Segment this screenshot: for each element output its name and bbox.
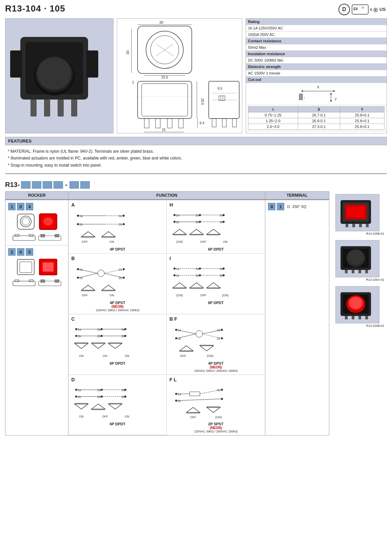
svg-marker-143 — [81, 285, 95, 290]
svg-text:1b: 1b — [78, 335, 81, 338]
svg-text:3b: 3b — [121, 395, 125, 399]
rocker-col-header: ROCKER — [5, 192, 68, 200]
svg-text:2a: 2a — [119, 214, 122, 218]
svg-rect-275 — [365, 270, 368, 273]
svg-text:2b: 2b — [97, 335, 101, 338]
svg-rect-33 — [144, 119, 149, 128]
svg-rect-83 — [29, 280, 33, 282]
svg-rect-30 — [138, 81, 192, 119]
func-D-label: D — [71, 377, 164, 382]
svg-text:9.5: 9.5 — [218, 87, 222, 90]
cutout-table-row: t X Y 0.75~1.2526.7-0.125.8+0.11.25~2.02… — [246, 105, 387, 131]
func-BF-neon: (NEON) — [169, 365, 262, 369]
svg-text:3a: 3a — [220, 214, 223, 217]
svg-text:2b: 2b — [217, 337, 220, 340]
term-digit-1: 1 — [277, 203, 284, 210]
svg-text:2a: 2a — [97, 388, 101, 392]
svg-text:1a: 1a — [78, 388, 81, 392]
svg-point-250 — [175, 400, 177, 402]
svg-text:1b: 1b — [78, 395, 81, 399]
svg-text:2: 2 — [132, 81, 134, 84]
func-A-svg: 1a 1b 2a 2b — [71, 209, 152, 246]
svg-text:OFF: OFF — [200, 294, 206, 297]
svg-rect-283 — [358, 316, 361, 319]
rocker-104-mount1 — [12, 233, 36, 242]
svg-point-205 — [221, 337, 223, 339]
svg-rect-284 — [365, 316, 368, 319]
svg-text:ON: ON — [223, 240, 228, 243]
func-BF-label: B F — [169, 316, 262, 322]
svg-marker-254 — [186, 407, 200, 412]
func-BF: B F 1a 1b 2a 2b — [167, 314, 265, 375]
svg-point-105 — [173, 214, 176, 216]
svg-line-139 — [79, 269, 98, 273]
func-FL-label: F L — [169, 377, 262, 382]
right-images: R13-105B-01 — [333, 191, 387, 330]
svg-rect-82 — [15, 280, 19, 282]
specs-box: Rating 16.1A 125V/250V AC 10(6)A 250V AC… — [246, 18, 387, 133]
svg-line-210 — [177, 334, 196, 338]
rocker-105-mounts — [8, 278, 65, 288]
svg-point-90 — [77, 223, 79, 225]
pn-box-5 — [69, 181, 79, 189]
pn-box-1 — [21, 181, 30, 189]
terminal-header-text: TERMINAL — [265, 192, 329, 200]
svg-rect-282 — [352, 316, 354, 319]
svg-rect-17 — [58, 100, 64, 116]
cutout-table: t X Y 0.75~1.2526.7-0.125.8+0.11.25~2.02… — [248, 106, 385, 130]
rocker-105-img1 — [16, 258, 36, 276]
rating-value1: 16.1A 125V/250V AC — [246, 25, 387, 31]
tuv-cert-icon: EK 15 — [352, 3, 369, 16]
svg-point-218 — [75, 389, 77, 391]
rocker-105-d1: 1 — [8, 248, 16, 256]
svg-point-111 — [199, 221, 201, 223]
feature-item: * Snap-in mounting, easy to install swit… — [8, 162, 384, 169]
cutout-header: Cut-out — [246, 77, 387, 83]
func-I-name: 6P DPDT — [169, 301, 262, 305]
rocker-104-label: 1 0 4 — [8, 203, 65, 210]
pn-prefix: R13- — [5, 181, 20, 189]
svg-text:ON: ON — [79, 415, 84, 418]
bottom-right: R13-105B-01 — [333, 191, 387, 435]
product-image-3-container: R13-104B-01 — [335, 286, 384, 327]
svg-text:OFF: OFF — [180, 354, 186, 358]
svg-rect-272 — [345, 270, 348, 273]
func-C-name: 6P DPDT — [71, 361, 164, 365]
rocker-104-mounts — [8, 233, 65, 242]
svg-marker-122 — [190, 229, 203, 234]
rocker-105-img2 — [38, 258, 58, 276]
cutout-col-range: t — [248, 107, 298, 112]
svg-point-252 — [221, 398, 223, 400]
func-FL-svg: 1a 3a 1b — [169, 384, 251, 421]
func-BF-svg: 1a 1b 2a 2b — [169, 323, 251, 360]
cutout-row: 2.0~3.027.3-0.125.8+0.1 — [248, 124, 385, 130]
svg-rect-72 — [29, 234, 33, 236]
svg-text:30: 30 — [159, 20, 163, 24]
svg-text:ON: ON — [79, 354, 84, 358]
technical-diagram: 30 30 25.6 — [117, 18, 242, 133]
svg-line-211 — [203, 334, 221, 338]
svg-text:2a: 2a — [195, 214, 199, 217]
svg-marker-192 — [108, 343, 122, 348]
svg-rect-50 — [232, 119, 236, 127]
svg-rect-86 — [55, 280, 59, 282]
svg-rect-18 — [71, 100, 77, 116]
svg-point-134 — [123, 268, 125, 270]
svg-text:OFF: OFF — [200, 240, 206, 243]
func-B-name: 4P DPST — [71, 301, 164, 305]
function-col-header: FUNCTION — [68, 192, 265, 200]
svg-rect-34 — [156, 119, 160, 128]
svg-line-142 — [104, 273, 123, 278]
svg-text:ON: ON — [110, 294, 115, 297]
insulation-header: Insulation resistance — [246, 51, 387, 57]
svg-rect-265 — [352, 224, 355, 227]
svg-rect-49 — [222, 119, 226, 127]
product-photo-svg — [10, 23, 108, 128]
svg-text:2b: 2b — [195, 274, 199, 277]
svg-text:1b: 1b — [79, 223, 83, 226]
product-label-r13-104a: R13-104A-01 — [335, 278, 384, 281]
svg-rect-74 — [41, 234, 45, 237]
func-I-label: I — [169, 256, 262, 261]
svg-rect-75 — [55, 234, 59, 237]
func-B-svg: 1a 1b 2a 2b — [71, 262, 152, 300]
